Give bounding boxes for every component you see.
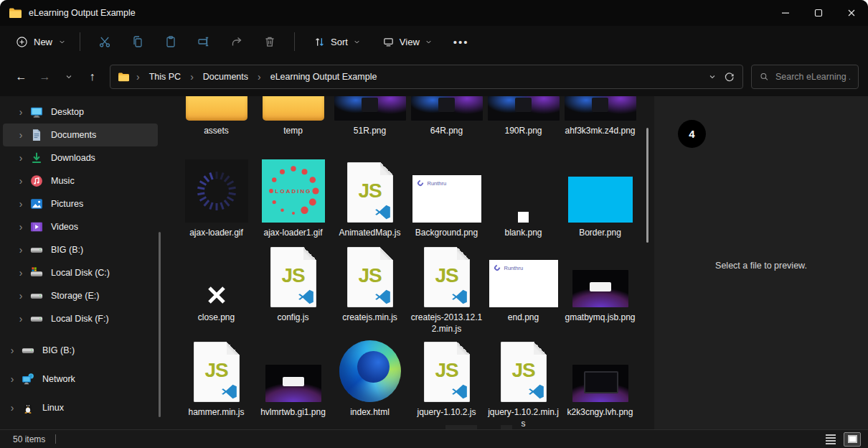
file-ajax-loader1-gif[interactable]: LOADINGajax-loader1.gif bbox=[255, 159, 331, 239]
sidebar-item-storage-e[interactable]: ›Storage (E:) bbox=[3, 284, 158, 307]
recent-locations-button[interactable] bbox=[57, 65, 80, 89]
file-createjs-min-js[interactable]: JScreatejs.min.js bbox=[331, 244, 408, 335]
view-button-label: View bbox=[400, 37, 420, 47]
vscode-badge-icon bbox=[374, 289, 391, 305]
address-dropdown-icon[interactable] bbox=[708, 73, 717, 81]
more-options-button[interactable]: ••• bbox=[443, 36, 479, 48]
sidebar-item-linux[interactable]: ›Linux bbox=[3, 393, 158, 422]
file-close-png[interactable]: close.png bbox=[178, 244, 255, 335]
expand-chevron-icon[interactable]: › bbox=[13, 313, 29, 325]
file-name-label: jquery-1.10.2.js bbox=[417, 407, 476, 419]
close-icon bbox=[845, 6, 858, 19]
minimize-button[interactable] bbox=[769, 0, 802, 26]
sidebar-item-music[interactable]: ›Music bbox=[3, 169, 158, 192]
breadcrumb-separator: › bbox=[254, 71, 265, 83]
file-64r-png[interactable]: 64R.png bbox=[408, 96, 485, 137]
address-bar[interactable]: › This PC › Documents › eLearning Output… bbox=[110, 65, 743, 89]
expand-chevron-icon[interactable]: › bbox=[13, 267, 29, 279]
rename-icon bbox=[197, 35, 210, 48]
expand-chevron-icon[interactable]: › bbox=[4, 373, 20, 385]
cut-button[interactable] bbox=[88, 29, 121, 54]
sidebar-item-big-b[interactable]: ›BIG (B:) bbox=[3, 238, 158, 261]
breadcrumb-this-pc[interactable]: This PC bbox=[146, 70, 184, 84]
file-animatedmap-js[interactable]: JSAnimatedMap.js bbox=[331, 159, 408, 239]
sidebar-item-network[interactable]: ›Network bbox=[3, 365, 158, 393]
expand-chevron-icon[interactable]: › bbox=[13, 129, 29, 141]
view-button[interactable]: View bbox=[376, 32, 439, 52]
breadcrumb-current-folder[interactable]: eLearning Output Example bbox=[268, 70, 380, 84]
file-thumbnail bbox=[568, 159, 633, 223]
expand-chevron-icon[interactable]: › bbox=[13, 152, 29, 164]
file-index-html[interactable]: index.html bbox=[331, 339, 408, 429]
file-temp[interactable]: temp bbox=[255, 96, 331, 137]
file-createjs-2013-12-12-min-js[interactable]: JScreatejs-2013.12.12.min.js bbox=[408, 244, 485, 335]
up-button[interactable]: ↑ bbox=[80, 65, 104, 89]
back-button[interactable]: ← bbox=[9, 65, 33, 89]
expand-chevron-icon[interactable]: › bbox=[13, 198, 29, 210]
expand-chevron-icon[interactable]: › bbox=[13, 106, 29, 118]
screenshot-thumbnail-clipped bbox=[565, 96, 636, 121]
sidebar-item-local-disk-c[interactable]: ›Local Disk (C:) bbox=[3, 261, 158, 284]
expand-chevron-icon[interactable]: › bbox=[4, 402, 20, 414]
expand-chevron-icon[interactable]: › bbox=[13, 221, 29, 233]
rename-button[interactable] bbox=[187, 29, 220, 54]
sidebar-scrollbar[interactable] bbox=[159, 232, 161, 417]
runthru-image-thumbnail: Runthru bbox=[412, 175, 481, 223]
expand-chevron-icon[interactable]: › bbox=[13, 244, 29, 256]
sidebar-item-desktop[interactable]: ›Desktop bbox=[3, 101, 158, 123]
file-k2k3cngy-lvh-png[interactable]: k2k3cngy.lvh.png bbox=[562, 339, 638, 429]
screenshot-thumbnail-clipped bbox=[488, 96, 560, 121]
details-view-button[interactable] bbox=[822, 432, 839, 447]
file-jquery-1-10-2-js[interactable]: JSjquery-1.10.2.js bbox=[408, 339, 485, 429]
javascript-file-icon: JS bbox=[501, 342, 547, 402]
search-input[interactable]: Search eLearning ... bbox=[751, 65, 859, 89]
forward-button[interactable]: → bbox=[33, 65, 57, 89]
file-config-js[interactable]: JSconfig.js bbox=[255, 244, 331, 335]
breadcrumb-documents[interactable]: Documents bbox=[200, 70, 251, 84]
file-blank-png[interactable]: blank.png bbox=[485, 159, 562, 239]
file-jquery-1-10-2-min-js[interactable]: JSjquery-1.10.2.min.js bbox=[485, 339, 562, 429]
sidebar-item-local-disk-f[interactable]: ›Local Disk (F:) bbox=[3, 307, 158, 330]
sidebar-item-label: BIG (B:) bbox=[51, 245, 83, 255]
file-border-png[interactable]: Border.png bbox=[562, 159, 638, 239]
file-51r-png[interactable]: 51R.png bbox=[331, 96, 408, 137]
sidebar-item-pictures[interactable]: ›Pictures bbox=[3, 192, 158, 215]
sidebar-item-documents[interactable]: ›Documents bbox=[3, 123, 158, 146]
file-gmatbymq-jsb-png[interactable]: gmatbymq.jsb.png bbox=[562, 244, 638, 335]
expand-chevron-icon[interactable]: › bbox=[13, 290, 29, 302]
large-thumbnails-view-button[interactable] bbox=[844, 432, 861, 447]
sidebar-item-big-b[interactable]: ›BIG (B:) bbox=[3, 336, 158, 365]
file-ahf3k3mk-z4d-png[interactable]: ahf3k3mk.z4d.png bbox=[562, 96, 638, 137]
file-assets[interactable]: assets bbox=[178, 96, 255, 137]
file-end-png[interactable]: Runthruend.png bbox=[485, 244, 562, 335]
file-background-png[interactable]: RunthruBackground.png bbox=[408, 159, 485, 239]
sidebar-item-label: Linux bbox=[42, 403, 64, 413]
sidebar-item-downloads[interactable]: ›Downloads bbox=[3, 146, 158, 169]
maximize-button[interactable] bbox=[802, 0, 835, 26]
file-hammer-min-js[interactable]: JShammer.min.js bbox=[178, 339, 255, 429]
expand-chevron-icon[interactable]: › bbox=[4, 345, 20, 356]
sidebar-item-videos[interactable]: ›Videos bbox=[3, 215, 158, 238]
close-button[interactable] bbox=[835, 0, 868, 26]
sort-button[interactable]: Sort bbox=[307, 32, 367, 52]
sidebar-item-label: BIG (B:) bbox=[42, 345, 75, 355]
file-thumbnail bbox=[572, 339, 628, 402]
expand-chevron-icon[interactable]: › bbox=[13, 175, 29, 187]
dark-screenshot-thumbnail bbox=[572, 365, 628, 402]
file-name-label: ajax-loader.gif bbox=[189, 228, 243, 239]
status-separator bbox=[55, 434, 56, 444]
file-name-label: 190R.png bbox=[504, 126, 542, 137]
file-190r-png[interactable]: 190R.png bbox=[485, 96, 562, 137]
chevron-down-icon bbox=[425, 38, 433, 46]
paste-button[interactable] bbox=[154, 29, 187, 54]
preview-pane: 4 Select a file to preview. bbox=[654, 96, 868, 429]
refresh-icon[interactable] bbox=[724, 71, 735, 83]
new-button[interactable]: New bbox=[10, 32, 72, 52]
copy-button[interactable] bbox=[121, 29, 154, 54]
delete-button[interactable] bbox=[253, 29, 286, 54]
file-hvlmrtwb-gi1-png[interactable]: hvlmrtwb.gi1.png bbox=[255, 339, 331, 429]
share-button[interactable] bbox=[220, 29, 253, 54]
file-ajax-loader-gif[interactable]: ajax-loader.gif bbox=[178, 159, 255, 239]
vscode-badge-icon bbox=[298, 289, 314, 305]
file-grid-scrollbar[interactable] bbox=[646, 128, 648, 243]
